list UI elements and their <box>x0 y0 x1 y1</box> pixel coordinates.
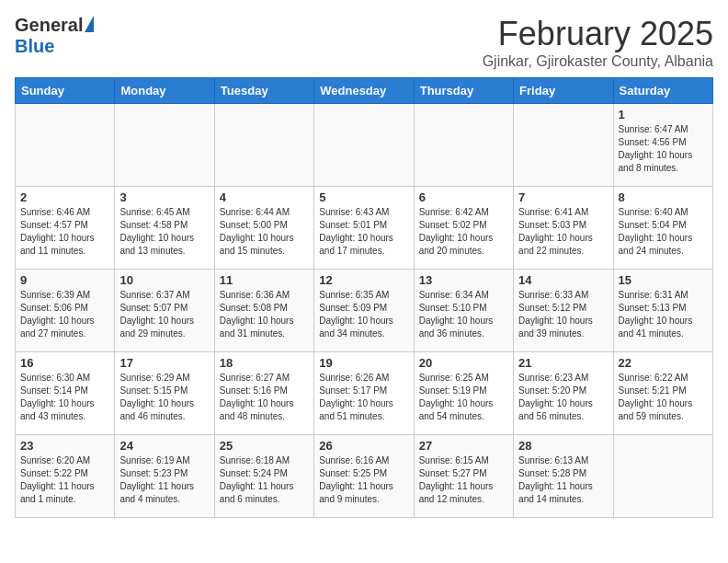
day-info: Sunrise: 6:27 AM Sunset: 5:16 PM Dayligh… <box>220 372 309 423</box>
day-info: Sunrise: 6:18 AM Sunset: 5:24 PM Dayligh… <box>220 454 309 506</box>
calendar-cell: 1Sunrise: 6:47 AM Sunset: 4:56 PM Daylig… <box>613 104 712 187</box>
logo: General Blue <box>15 15 94 57</box>
day-info: Sunrise: 6:45 AM Sunset: 4:58 PM Dayligh… <box>119 206 209 258</box>
day-number: 3 <box>119 190 209 204</box>
calendar-cell: 2Sunrise: 6:46 AM Sunset: 4:57 PM Daylig… <box>16 187 115 270</box>
day-number: 11 <box>220 273 309 287</box>
calendar-cell <box>414 104 513 187</box>
day-number: 27 <box>419 439 508 453</box>
location-title: Gjinkar, Gjirokaster County, Albania <box>483 53 713 70</box>
day-info: Sunrise: 6:34 AM Sunset: 5:10 PM Dayligh… <box>419 289 508 340</box>
calendar-cell: 13Sunrise: 6:34 AM Sunset: 5:10 PM Dayli… <box>414 270 513 352</box>
day-info: Sunrise: 6:22 AM Sunset: 5:21 PM Dayligh… <box>619 372 708 423</box>
calendar-cell: 28Sunrise: 6:13 AM Sunset: 5:28 PM Dayli… <box>514 435 613 518</box>
calendar-cell: 18Sunrise: 6:27 AM Sunset: 5:16 PM Dayli… <box>214 352 313 435</box>
day-info: Sunrise: 6:35 AM Sunset: 5:09 PM Dayligh… <box>319 289 408 340</box>
calendar-cell: 5Sunrise: 6:43 AM Sunset: 5:01 PM Daylig… <box>314 187 414 270</box>
day-number: 2 <box>20 190 109 204</box>
day-info: Sunrise: 6:46 AM Sunset: 4:57 PM Dayligh… <box>20 206 109 258</box>
day-number: 12 <box>319 273 408 287</box>
day-info: Sunrise: 6:23 AM Sunset: 5:20 PM Dayligh… <box>518 372 608 423</box>
day-info: Sunrise: 6:41 AM Sunset: 5:03 PM Dayligh… <box>518 206 608 258</box>
day-number: 15 <box>619 273 708 287</box>
page-header: General Blue February 2025 Gjinkar, Gjir… <box>15 15 713 70</box>
day-info: Sunrise: 6:40 AM Sunset: 5:04 PM Dayligh… <box>619 206 708 258</box>
day-number: 4 <box>220 190 309 204</box>
calendar-cell: 14Sunrise: 6:33 AM Sunset: 5:12 PM Dayli… <box>514 270 613 352</box>
weekday-header-wednesday: Wednesday <box>314 78 414 104</box>
day-number: 19 <box>319 356 408 370</box>
day-number: 18 <box>220 356 309 370</box>
day-number: 7 <box>518 190 608 204</box>
calendar-cell: 22Sunrise: 6:22 AM Sunset: 5:21 PM Dayli… <box>613 352 712 435</box>
calendar-cell <box>613 435 712 518</box>
calendar-cell <box>16 104 115 187</box>
calendar-cell: 25Sunrise: 6:18 AM Sunset: 5:24 PM Dayli… <box>214 435 313 518</box>
calendar-cell: 11Sunrise: 6:36 AM Sunset: 5:08 PM Dayli… <box>214 270 313 352</box>
day-number: 25 <box>220 439 309 453</box>
day-number: 24 <box>119 439 209 453</box>
day-info: Sunrise: 6:19 AM Sunset: 5:23 PM Dayligh… <box>119 454 209 506</box>
calendar-cell: 7Sunrise: 6:41 AM Sunset: 5:03 PM Daylig… <box>514 187 613 270</box>
day-number: 10 <box>119 273 209 287</box>
day-number: 28 <box>518 439 608 453</box>
calendar-cell: 15Sunrise: 6:31 AM Sunset: 5:13 PM Dayli… <box>613 270 712 352</box>
calendar-week-4: 16Sunrise: 6:30 AM Sunset: 5:14 PM Dayli… <box>16 352 713 435</box>
calendar-table: SundayMondayTuesdayWednesdayThursdayFrid… <box>15 77 713 518</box>
day-number: 8 <box>619 190 708 204</box>
month-title: February 2025 <box>483 15 713 53</box>
day-info: Sunrise: 6:37 AM Sunset: 5:07 PM Dayligh… <box>119 289 209 340</box>
calendar-cell: 26Sunrise: 6:16 AM Sunset: 5:25 PM Dayli… <box>314 435 414 518</box>
calendar-cell: 27Sunrise: 6:15 AM Sunset: 5:27 PM Dayli… <box>414 435 513 518</box>
calendar-cell: 21Sunrise: 6:23 AM Sunset: 5:20 PM Dayli… <box>514 352 613 435</box>
calendar-cell: 16Sunrise: 6:30 AM Sunset: 5:14 PM Dayli… <box>16 352 115 435</box>
calendar-cell: 17Sunrise: 6:29 AM Sunset: 5:15 PM Dayli… <box>115 352 214 435</box>
day-info: Sunrise: 6:20 AM Sunset: 5:22 PM Dayligh… <box>20 454 109 506</box>
day-info: Sunrise: 6:16 AM Sunset: 5:25 PM Dayligh… <box>319 454 408 506</box>
day-info: Sunrise: 6:47 AM Sunset: 4:56 PM Dayligh… <box>619 123 708 175</box>
day-info: Sunrise: 6:26 AM Sunset: 5:17 PM Dayligh… <box>319 372 408 423</box>
calendar-cell: 10Sunrise: 6:37 AM Sunset: 5:07 PM Dayli… <box>115 270 214 352</box>
day-info: Sunrise: 6:13 AM Sunset: 5:28 PM Dayligh… <box>518 454 608 506</box>
day-info: Sunrise: 6:30 AM Sunset: 5:14 PM Dayligh… <box>20 372 109 423</box>
calendar-week-1: 1Sunrise: 6:47 AM Sunset: 4:56 PM Daylig… <box>16 104 713 187</box>
day-number: 21 <box>518 356 608 370</box>
weekday-header-sunday: Sunday <box>16 78 115 104</box>
calendar-cell: 3Sunrise: 6:45 AM Sunset: 4:58 PM Daylig… <box>115 187 214 270</box>
day-info: Sunrise: 6:44 AM Sunset: 5:00 PM Dayligh… <box>220 206 309 258</box>
logo-blue-text: Blue <box>15 36 54 57</box>
day-info: Sunrise: 6:36 AM Sunset: 5:08 PM Dayligh… <box>220 289 309 340</box>
calendar-week-3: 9Sunrise: 6:39 AM Sunset: 5:06 PM Daylig… <box>16 270 713 352</box>
weekday-header-monday: Monday <box>115 78 214 104</box>
day-number: 20 <box>419 356 508 370</box>
day-number: 17 <box>119 356 209 370</box>
calendar-cell: 9Sunrise: 6:39 AM Sunset: 5:06 PM Daylig… <box>16 270 115 352</box>
day-info: Sunrise: 6:15 AM Sunset: 5:27 PM Dayligh… <box>419 454 508 506</box>
day-number: 16 <box>20 356 109 370</box>
weekday-header-friday: Friday <box>514 78 613 104</box>
logo-triangle-icon <box>85 16 94 32</box>
calendar-week-5: 23Sunrise: 6:20 AM Sunset: 5:22 PM Dayli… <box>16 435 713 518</box>
day-number: 26 <box>319 439 408 453</box>
calendar-cell: 24Sunrise: 6:19 AM Sunset: 5:23 PM Dayli… <box>115 435 214 518</box>
calendar-cell: 6Sunrise: 6:42 AM Sunset: 5:02 PM Daylig… <box>414 187 513 270</box>
day-number: 14 <box>518 273 608 287</box>
logo-general-text: General <box>15 15 83 36</box>
day-info: Sunrise: 6:31 AM Sunset: 5:13 PM Dayligh… <box>619 289 708 340</box>
calendar-cell <box>514 104 613 187</box>
weekday-row: SundayMondayTuesdayWednesdayThursdayFrid… <box>16 78 713 104</box>
calendar-cell: 8Sunrise: 6:40 AM Sunset: 5:04 PM Daylig… <box>613 187 712 270</box>
day-number: 6 <box>419 190 508 204</box>
calendar-week-2: 2Sunrise: 6:46 AM Sunset: 4:57 PM Daylig… <box>16 187 713 270</box>
weekday-header-thursday: Thursday <box>414 78 513 104</box>
calendar-cell: 4Sunrise: 6:44 AM Sunset: 5:00 PM Daylig… <box>214 187 313 270</box>
day-number: 1 <box>619 108 708 121</box>
calendar-body: 1Sunrise: 6:47 AM Sunset: 4:56 PM Daylig… <box>16 104 713 518</box>
calendar-header: SundayMondayTuesdayWednesdayThursdayFrid… <box>16 78 713 104</box>
day-info: Sunrise: 6:25 AM Sunset: 5:19 PM Dayligh… <box>419 372 508 423</box>
calendar-cell: 12Sunrise: 6:35 AM Sunset: 5:09 PM Dayli… <box>314 270 414 352</box>
weekday-header-tuesday: Tuesday <box>214 78 313 104</box>
calendar-cell: 19Sunrise: 6:26 AM Sunset: 5:17 PM Dayli… <box>314 352 414 435</box>
calendar-cell <box>115 104 214 187</box>
day-number: 13 <box>419 273 508 287</box>
